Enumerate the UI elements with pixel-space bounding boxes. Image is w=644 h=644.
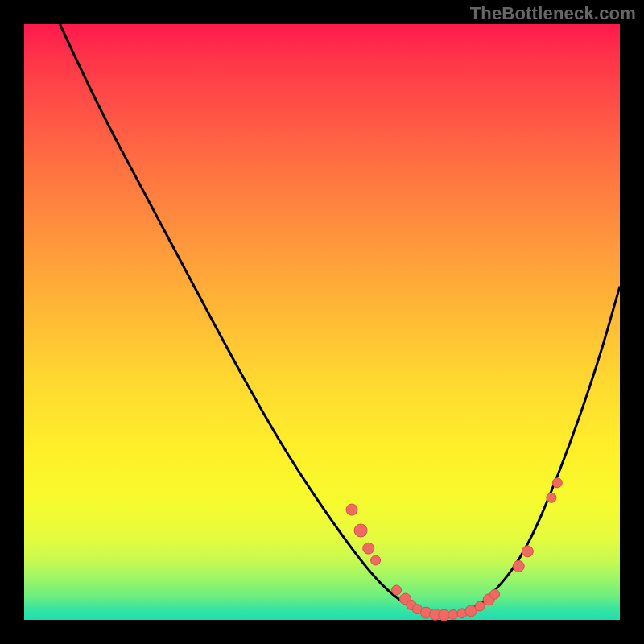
data-dot (490, 589, 500, 599)
data-dot (448, 609, 458, 619)
data-dot (363, 543, 374, 554)
data-dot (392, 585, 402, 595)
watermark-text: TheBottleneck.com (470, 3, 636, 24)
curve-svg (24, 24, 620, 620)
data-dots (346, 478, 562, 621)
plot-area (24, 24, 620, 620)
data-dot (354, 524, 367, 537)
data-dot (475, 601, 485, 611)
data-dot (522, 546, 533, 557)
data-dot (547, 493, 556, 502)
data-dot (513, 560, 524, 572)
chart-frame: TheBottleneck.com (0, 0, 644, 644)
data-dot (346, 504, 357, 515)
data-dot (371, 555, 381, 565)
bottleneck-curve (60, 24, 620, 614)
data-dot (552, 478, 562, 488)
